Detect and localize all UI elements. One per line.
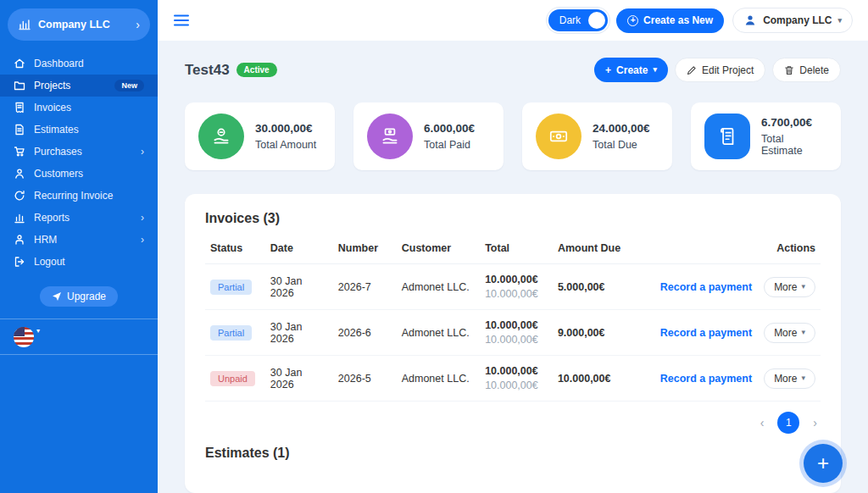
sidebar-item-estimates[interactable]: Estimates: [0, 119, 158, 141]
invoice-amount-due: 5.000,00€: [553, 264, 655, 310]
invoice-date: 30 Jan 2026: [265, 264, 333, 310]
status-badge: Partial: [210, 325, 252, 341]
more-button[interactable]: More ▾: [764, 277, 815, 297]
invoice-customer: Admonet LLC.: [397, 264, 480, 310]
sidebar: Company LLC › Dashboard Projects New Inv…: [0, 0, 158, 493]
sidebar-item-customers[interactable]: Customers: [0, 163, 158, 185]
create-as-new-button[interactable]: + Create as New: [616, 8, 724, 33]
caret-down-icon: ▾: [801, 329, 805, 336]
invoice-amount-due: 9.000,00€: [553, 310, 655, 356]
more-button[interactable]: More ▾: [764, 323, 815, 343]
divider: [0, 354, 158, 355]
report-chart-icon: [14, 212, 25, 224]
upgrade-label: Upgrade: [67, 291, 106, 302]
sidebar-item-recurring-invoice[interactable]: Recurring Invoice: [0, 185, 158, 207]
floating-add-button[interactable]: +: [804, 444, 843, 483]
estimate-icon: [14, 124, 25, 136]
status-badge: Unpaid: [210, 371, 255, 386]
record-payment-link[interactable]: Record a payment: [660, 373, 752, 385]
pagination-page-1[interactable]: 1: [777, 412, 799, 434]
company-name: Company LLC: [38, 19, 129, 30]
chevron-right-icon: ›: [136, 19, 140, 30]
sidebar-item-label: Projects: [34, 80, 70, 91]
more-label: More: [774, 327, 797, 339]
sidebar-item-label: Logout: [34, 256, 65, 268]
main-area: Dark + Create as New Company LLC ▾ Test4…: [158, 0, 868, 493]
status-badge: Partial: [210, 280, 252, 295]
estimate-document-icon: [704, 114, 750, 159]
stat-text: 6.700,00€ Total Estimate: [761, 116, 827, 157]
column-header-number: Number: [333, 233, 397, 264]
paper-plane-icon: [52, 291, 62, 302]
table-header-row: Status Date Number Customer Total Amount…: [205, 233, 821, 264]
page-content: Test43 Active + Create ▾ Edit Project De…: [158, 41, 868, 493]
invoices-title: Invoices (3): [205, 211, 821, 226]
delete-label: Delete: [799, 64, 829, 76]
trash-icon: [784, 65, 794, 75]
invoice-total: 10.000,00€ 10.000,00€: [480, 310, 553, 356]
dark-mode-label: Dark: [559, 14, 581, 26]
toggle-knob: [588, 12, 605, 29]
sidebar-item-purchases[interactable]: Purchases ›: [0, 141, 158, 163]
edit-project-button[interactable]: Edit Project: [675, 58, 765, 82]
caret-down-icon: ▾: [801, 283, 805, 291]
plus-icon: +: [605, 64, 611, 76]
dark-mode-toggle[interactable]: Dark: [548, 9, 608, 31]
sidebar-item-invoices[interactable]: Invoices: [0, 97, 158, 119]
create-button[interactable]: + Create ▾: [594, 58, 668, 82]
sidebar-item-logout[interactable]: Logout: [0, 251, 158, 273]
column-header-actions: Actions: [655, 233, 821, 264]
sidebar-item-projects[interactable]: Projects New: [0, 75, 158, 97]
stat-label: Total Paid: [424, 139, 475, 151]
chevron-right-icon: ›: [141, 235, 144, 245]
shopping-cart-icon: [14, 146, 25, 158]
total-secondary: 10.000,00€: [485, 334, 548, 346]
delete-button[interactable]: Delete: [772, 58, 841, 82]
chevron-right-icon: ›: [141, 213, 144, 223]
invoice-amount-due: 10.000,00€: [553, 356, 655, 402]
row-actions: Record a payment More ▾: [660, 323, 815, 343]
caret-down-icon: ▾: [36, 328, 40, 335]
more-label: More: [774, 281, 797, 293]
total-secondary: 10.000,00€: [485, 288, 548, 300]
logout-icon: [14, 256, 25, 268]
pagination-next[interactable]: ›: [813, 416, 817, 429]
sidebar-item-reports[interactable]: Reports ›: [0, 207, 158, 229]
stat-value: 30.000,00€: [255, 122, 316, 135]
more-button[interactable]: More ▾: [764, 368, 815, 389]
row-actions: Record a payment More ▾: [660, 368, 815, 389]
table-row: Partial 30 Jan 2026 2026-6 Admonet LLC. …: [205, 310, 821, 356]
caret-down-icon: ▾: [837, 17, 842, 25]
hamburger-menu-icon[interactable]: [173, 14, 190, 27]
user-icon: [743, 14, 757, 27]
invoice-icon: [14, 102, 25, 114]
stat-value: 24.000,00€: [593, 122, 650, 135]
pagination-prev[interactable]: ‹: [760, 416, 765, 429]
company-logo-button[interactable]: Company LLC ›: [8, 8, 150, 41]
language-selector[interactable]: ▾: [0, 319, 53, 354]
stat-cards: 30.000,00€ Total Amount 6.000,00€ Total …: [185, 102, 841, 170]
sidebar-nav: Dashboard Projects New Invoices Estimate…: [0, 53, 158, 273]
row-actions: Record a payment More ▾: [660, 277, 815, 297]
customer-icon: [14, 168, 25, 180]
new-badge: New: [114, 80, 144, 91]
sidebar-item-dashboard[interactable]: Dashboard: [0, 53, 158, 75]
account-menu[interactable]: Company LLC ▾: [732, 8, 853, 33]
hand-coin-icon: [198, 114, 244, 159]
upgrade-button[interactable]: Upgrade: [40, 286, 118, 307]
total-primary: 10.000,00€: [485, 274, 548, 285]
stat-label: Total Estimate: [761, 133, 827, 157]
record-payment-link[interactable]: Record a payment: [660, 327, 752, 339]
account-label: Company LLC: [763, 14, 832, 26]
invoice-date: 30 Jan 2026: [265, 310, 333, 356]
invoice-customer: Admonet LLC.: [397, 356, 480, 402]
page-actions: + Create ▾ Edit Project Delete: [594, 58, 841, 82]
record-payment-link[interactable]: Record a payment: [660, 281, 752, 293]
stat-card-total-paid: 6.000,00€ Total Paid: [353, 102, 504, 170]
stat-value: 6.700,00€: [761, 116, 827, 129]
page-header: Test43 Active + Create ▾ Edit Project De…: [185, 58, 841, 82]
sidebar-item-hrm[interactable]: HRM ›: [0, 229, 158, 251]
invoice-number: 2026-6: [333, 310, 397, 356]
sidebar-item-label: Reports: [34, 212, 70, 224]
sidebar-item-label: Customers: [34, 168, 83, 180]
